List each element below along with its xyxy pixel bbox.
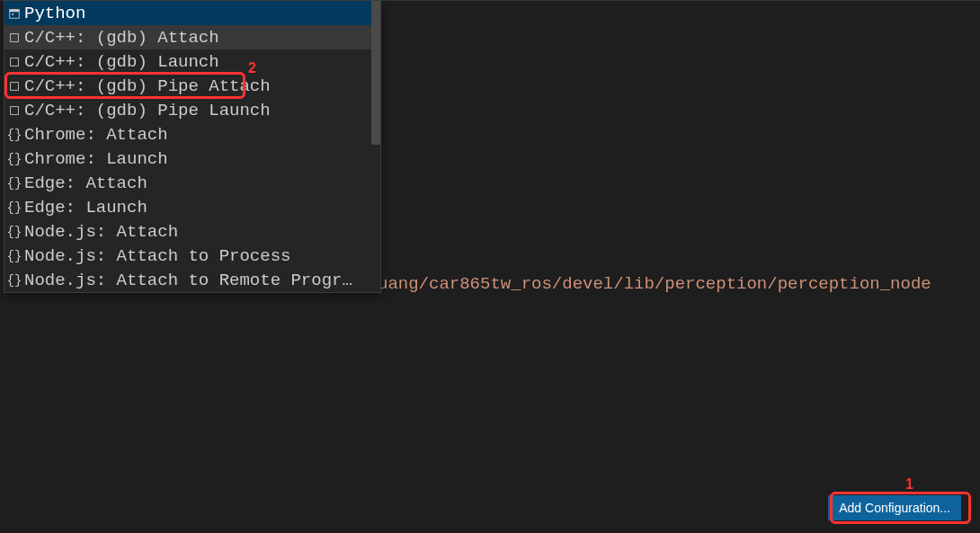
dropdown-item-4[interactable]: C/C++: (gdb) Pipe Launch xyxy=(4,98,380,122)
dropdown-item-1[interactable]: C/C++: (gdb) Attach xyxy=(4,25,380,49)
dropdown-item-label: Edge: Attach xyxy=(24,173,147,193)
square-icon xyxy=(8,80,21,93)
event-icon xyxy=(8,7,21,20)
dropdown-item-3[interactable]: C/C++: (gdb) Pipe Attach xyxy=(4,74,380,98)
dropdown-item-label: Chrome: Attach xyxy=(24,125,168,145)
dropdown-item-0[interactable]: Python xyxy=(4,1,380,25)
highlight-label-1: 1 xyxy=(905,476,913,493)
svg-rect-3 xyxy=(11,33,19,41)
dropdown-item-label: Node.js: Attach to Process xyxy=(24,246,290,266)
braces-icon: {} xyxy=(8,177,21,190)
braces-icon: {} xyxy=(8,201,21,214)
add-configuration-button[interactable]: Add Configuration... xyxy=(828,495,961,520)
svg-rect-1 xyxy=(10,9,20,12)
square-icon xyxy=(8,31,21,44)
dropdown-item-label: C/C++: (gdb) Attach xyxy=(24,28,219,48)
dropdown-item-2[interactable]: C/C++: (gdb) Launch xyxy=(4,49,380,74)
braces-icon: {} xyxy=(8,153,21,165)
braces-icon: {} xyxy=(8,250,21,262)
dropdown-item-11[interactable]: {}Node.js: Attach to Remote Progr… xyxy=(4,268,380,292)
braces-icon: {} xyxy=(8,274,21,287)
dropdown-item-5[interactable]: {}Chrome: Attach xyxy=(4,122,380,147)
svg-rect-2 xyxy=(12,13,13,15)
dropdown-item-7[interactable]: {}Edge: Attach xyxy=(4,171,380,195)
dropdown-item-label: Edge: Launch xyxy=(24,198,147,218)
braces-icon: {} xyxy=(8,226,21,238)
dropdown-item-8[interactable]: {}Edge: Launch xyxy=(4,195,380,219)
dropdown-item-10[interactable]: {}Node.js: Attach to Process xyxy=(4,244,380,268)
square-icon xyxy=(8,56,21,68)
dropdown-item-label: Node.js: Attach xyxy=(24,222,178,242)
dropdown-item-6[interactable]: {}Chrome: Launch xyxy=(4,147,380,171)
dropdown-item-label: C/C++: (gdb) Pipe Attach xyxy=(24,76,271,96)
dropdown-item-label: C/C++: (gdb) Pipe Launch xyxy=(24,101,271,120)
svg-rect-4 xyxy=(11,58,19,66)
dropdown-item-label: Python xyxy=(24,4,85,23)
braces-icon: {} xyxy=(8,129,21,141)
dropdown-item-9[interactable]: {}Node.js: Attach xyxy=(4,219,380,244)
highlight-label-2: 2 xyxy=(248,60,256,76)
dropdown-item-label: Chrome: Launch xyxy=(24,149,168,169)
dropdown-scrollbar[interactable] xyxy=(371,1,380,145)
square-icon xyxy=(8,104,21,117)
configuration-dropdown[interactable]: PythonC/C++: (gdb) AttachC/C++: (gdb) La… xyxy=(4,0,381,293)
dropdown-item-label: Node.js: Attach to Remote Progr… xyxy=(24,271,352,290)
dropdown-item-label: C/C++: (gdb) Launch xyxy=(24,52,219,72)
svg-rect-6 xyxy=(11,106,19,114)
svg-rect-5 xyxy=(11,82,19,90)
